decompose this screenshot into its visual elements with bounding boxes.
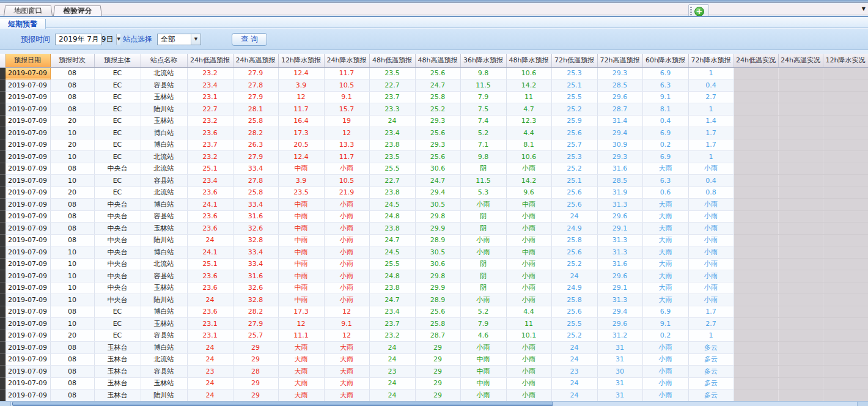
cell[interactable]: EC [94, 175, 141, 187]
cell[interactable]: 20 [50, 186, 94, 199]
cell[interactable]: 多云 [688, 389, 734, 402]
cell[interactable]: 2019-07-09 [5, 258, 50, 270]
cell[interactable]: 小雨 [460, 199, 506, 211]
cell[interactable]: 大雨 [278, 353, 324, 366]
cell[interactable]: 24 [187, 234, 233, 246]
cell[interactable]: 陆川站 [141, 294, 187, 306]
cell[interactable]: 29.4 [597, 127, 642, 139]
cell[interactable]: 25.2 [415, 103, 460, 116]
cell[interactable] [734, 306, 778, 318]
cell[interactable]: 6.9 [642, 127, 688, 139]
cell[interactable]: 24.8 [369, 210, 415, 223]
cell[interactable]: 小雨 [324, 282, 369, 294]
cell[interactable]: 23.7 [369, 318, 415, 330]
cell[interactable]: 25.6 [551, 306, 597, 318]
cell[interactable]: 2019-07-09 [5, 246, 50, 259]
column-header[interactable]: 站点名称 [141, 54, 187, 67]
cell[interactable]: 小雨 [324, 294, 369, 306]
cell[interactable]: 小雨 [506, 342, 551, 354]
cell[interactable] [734, 103, 778, 116]
cell[interactable]: 2019-07-09 [5, 389, 50, 402]
cell[interactable] [823, 127, 868, 139]
scroll-left-button[interactable] [0, 402, 11, 406]
cell[interactable]: 1.7 [688, 127, 734, 139]
cell[interactable]: 23.2 [187, 115, 233, 127]
cell[interactable]: 10 [50, 151, 94, 163]
cell[interactable] [778, 318, 823, 330]
cell[interactable]: 大雨 [324, 377, 369, 389]
cell[interactable]: 08 [50, 377, 94, 389]
cell[interactable]: 10 [50, 246, 94, 259]
cell[interactable]: EC [94, 67, 141, 79]
cell[interactable]: 9.8 [460, 67, 506, 79]
cell[interactable] [734, 79, 778, 92]
chevron-down-icon[interactable]: ▼ [116, 34, 120, 45]
cell[interactable]: 29.6 [597, 91, 642, 103]
cell[interactable] [778, 366, 823, 378]
cell[interactable]: 容县站 [141, 79, 187, 92]
cell[interactable]: 23.2 [369, 330, 415, 342]
cell[interactable]: 29.3 [597, 151, 642, 163]
cell[interactable]: 大雨 [642, 282, 688, 294]
cell[interactable]: 小雨 [324, 258, 369, 270]
row-selector[interactable] [0, 223, 5, 235]
cell[interactable]: 容县站 [141, 210, 187, 223]
cell[interactable]: 容县站 [141, 175, 187, 187]
row-selector[interactable] [0, 389, 5, 402]
cell[interactable]: 2.7 [688, 91, 734, 103]
cell[interactable]: 23.2 [187, 151, 233, 163]
cell[interactable]: 北流站 [141, 151, 187, 163]
cell[interactable]: 大雨 [642, 234, 688, 246]
cell[interactable]: 9.8 [460, 151, 506, 163]
cell[interactable]: 25.3 [551, 151, 597, 163]
cell[interactable]: 28.5 [597, 175, 642, 187]
cell[interactable] [734, 330, 778, 342]
cell[interactable]: 中雨 [278, 234, 324, 246]
cell[interactable]: 2019-07-09 [5, 223, 50, 235]
cell[interactable]: 2019-07-09 [5, 67, 50, 79]
cell[interactable]: 2019-07-09 [5, 186, 50, 199]
cell[interactable]: 小雨 [506, 294, 551, 306]
cell[interactable]: 27.9 [233, 67, 278, 79]
cell[interactable]: 19 [324, 115, 369, 127]
column-header[interactable]: 72h低温预报 [551, 54, 597, 67]
cell[interactable]: 中雨 [278, 199, 324, 211]
cell[interactable]: 25.8 [551, 294, 597, 306]
cell[interactable] [778, 330, 823, 342]
cell[interactable] [823, 103, 868, 116]
cell[interactable]: 小雨 [460, 234, 506, 246]
cell[interactable]: 08 [50, 234, 94, 246]
query-button[interactable]: 查 询 [232, 33, 267, 46]
cell[interactable]: 14.2 [506, 175, 551, 187]
cell[interactable]: 10 [50, 282, 94, 294]
cell[interactable]: 24 [551, 353, 597, 366]
cell[interactable]: 23 [369, 366, 415, 378]
cell[interactable]: 小雨 [460, 246, 506, 259]
cell[interactable] [778, 389, 823, 402]
cell[interactable] [823, 175, 868, 187]
cell[interactable] [734, 199, 778, 211]
cell[interactable]: 24 [187, 377, 233, 389]
cell[interactable]: 小雨 [688, 163, 734, 175]
cell[interactable]: 25.2 [551, 163, 597, 175]
cell[interactable]: 9.1 [642, 91, 688, 103]
cell[interactable] [734, 246, 778, 259]
cell[interactable]: 32.8 [233, 234, 278, 246]
cell[interactable]: 小雨 [506, 270, 551, 282]
cell[interactable]: 25.6 [551, 246, 597, 259]
cell[interactable] [778, 163, 823, 175]
cell[interactable]: 24 [369, 389, 415, 402]
cell[interactable]: 小雨 [506, 223, 551, 235]
cell[interactable]: 小雨 [642, 342, 688, 354]
cell[interactable]: 5.2 [460, 306, 506, 318]
cell[interactable]: 大雨 [642, 270, 688, 282]
cell[interactable]: 7.1 [460, 139, 506, 151]
cell[interactable] [823, 330, 868, 342]
cell[interactable]: 28.1 [233, 103, 278, 116]
cell[interactable]: 29.4 [597, 306, 642, 318]
cell[interactable]: 24.7 [369, 294, 415, 306]
cell[interactable]: 北流站 [141, 258, 187, 270]
cell[interactable]: 大雨 [324, 342, 369, 354]
cell[interactable]: 25.6 [415, 67, 460, 79]
cell[interactable]: 23.7 [369, 91, 415, 103]
